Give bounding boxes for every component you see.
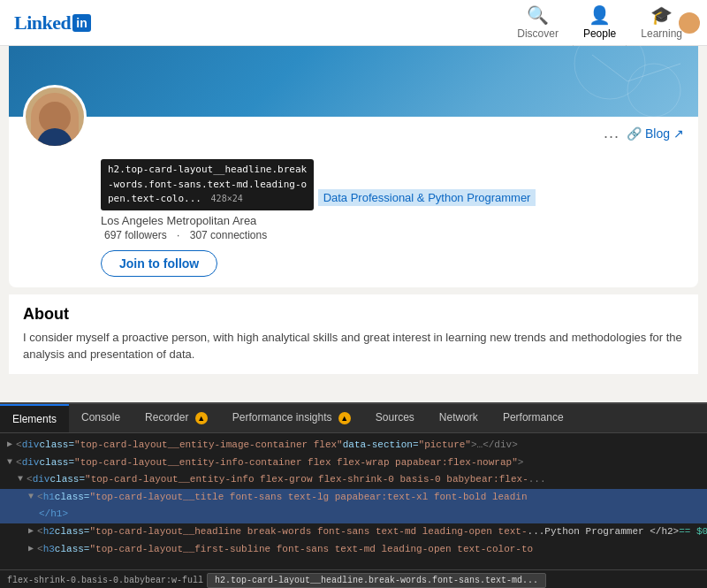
devtools-status-bar: flex-shrink-0.basis-0.babybear:w-full h2… xyxy=(0,569,707,588)
connections-count: 307 connections xyxy=(190,229,267,241)
expand-arrow-1: ▶ xyxy=(7,438,12,452)
tab-elements-label: Elements xyxy=(12,413,57,425)
tab-perf-insights-label: Performance insights xyxy=(232,411,332,424)
logo-in-badge: in xyxy=(72,14,90,32)
main-content: h2.top-card-layout__headline.break -word… xyxy=(0,46,707,402)
status-left: flex-shrink-0.basis-0.babybear:w-full xyxy=(7,576,203,585)
tab-performance[interactable]: Performance xyxy=(490,404,576,432)
external-link-icon: ↗ xyxy=(673,126,684,141)
expand-arrow-4: ▼ xyxy=(28,490,34,504)
code-line-5[interactable]: </h1> xyxy=(0,506,707,523)
profile-banner xyxy=(9,46,698,117)
expand-arrow-7: ▶ xyxy=(28,542,34,556)
tab-elements[interactable]: Elements xyxy=(0,404,69,432)
devtools-panel: Elements Console Recorder ▲ Performance … xyxy=(0,402,707,588)
tab-console[interactable]: Console xyxy=(69,404,133,432)
nav-learning-label: Learning xyxy=(641,27,682,40)
nav-discover[interactable]: 🔍 Discover xyxy=(506,0,569,49)
profile-headline: Data Professional & Python Programmer xyxy=(318,189,536,206)
nav-people[interactable]: 👤 People xyxy=(573,0,627,49)
code-line-4[interactable]: ▼ <h1 class="top-card-layout__title font… xyxy=(0,489,707,507)
tab-network[interactable]: Network xyxy=(427,404,490,432)
avatar-face xyxy=(31,93,79,146)
link-icon: 🔗 xyxy=(627,126,642,141)
header-nav: 🔍 Discover 👤 People 🎓 Learning xyxy=(506,0,693,49)
profile-info-section: h2.top-card-layout__headline.break -word… xyxy=(9,117,698,287)
blog-link[interactable]: 🔗 Blog ↗ xyxy=(627,126,684,141)
perf-insights-warn-icon: ▲ xyxy=(338,412,351,424)
status-right: h2.top-card-layout__headline.break-words… xyxy=(215,576,538,585)
tooltip-line2: -words.font-sans.text-md.leading-o xyxy=(108,179,307,190)
devtools-tabs: Elements Console Recorder ▲ Performance … xyxy=(0,404,707,433)
followers-count: 697 followers xyxy=(104,229,167,241)
discover-icon: 🔍 xyxy=(527,4,549,26)
tooltip-size: 428×24 xyxy=(211,194,243,203)
code-line-6[interactable]: ▶ <h2 class="top-card-layout__headline b… xyxy=(0,523,707,541)
about-section: About I consider myself a proactive pers… xyxy=(9,294,698,374)
user-avatar-small[interactable] xyxy=(679,12,700,34)
people-icon: 👤 xyxy=(589,4,611,26)
profile-stats: 697 followers · 307 connections xyxy=(101,229,684,241)
devtools-code-view: ▶ <div class="top-card-layout__entity-im… xyxy=(0,433,707,569)
code-line-1[interactable]: ▶ <div class="top-card-layout__entity-im… xyxy=(0,437,707,454)
tab-recorder-label: Recorder xyxy=(145,411,188,424)
linkedin-logo: Linked in xyxy=(14,11,91,34)
profile-actions: ... 🔗 Blog ↗ xyxy=(604,124,684,142)
more-options-button[interactable]: ... xyxy=(604,124,620,142)
nav-discover-label: Discover xyxy=(517,27,559,40)
code-line-2[interactable]: ▼ <div class="top-card-layout__entity-in… xyxy=(0,454,707,472)
tab-performance-insights[interactable]: Performance insights ▲ xyxy=(220,404,363,432)
blog-label: Blog xyxy=(645,126,670,141)
nav-people-label: People xyxy=(583,27,616,40)
tab-performance-label: Performance xyxy=(503,411,564,424)
code-line-7[interactable]: ▶ <h3 class="top-card-layout__first-subl… xyxy=(0,541,707,559)
tab-sources-label: Sources xyxy=(376,411,414,424)
about-title: About xyxy=(23,305,684,324)
learning-icon: 🎓 xyxy=(650,4,673,26)
profile-card: h2.top-card-layout__headline.break -word… xyxy=(9,46,698,287)
expand-arrow-2: ▼ xyxy=(7,455,12,470)
tab-console-label: Console xyxy=(81,411,120,424)
join-follow-button[interactable]: Join to follow xyxy=(101,250,217,277)
element-tooltip: h2.top-card-layout__headline.break -word… xyxy=(101,159,314,210)
profile-location: Los Angeles Metropolitan Area xyxy=(101,214,684,227)
avatar xyxy=(23,85,87,149)
recorder-warn-icon: ▲ xyxy=(195,412,208,424)
tab-recorder[interactable]: Recorder ▲ xyxy=(133,404,220,432)
status-tooltip: h2.top-card-layout__headline.break-words… xyxy=(207,573,546,588)
code-line-3[interactable]: ▼ <div class="top-card-layout__entity-in… xyxy=(0,471,707,489)
header: Linked in 🔍 Discover 👤 People 🎓 Learning xyxy=(0,0,707,46)
expand-arrow-6: ▶ xyxy=(28,524,34,538)
tooltip-line3: pen.text-colo... xyxy=(108,193,201,204)
expand-arrow-3: ▼ xyxy=(18,472,23,486)
tab-sources[interactable]: Sources xyxy=(363,404,427,432)
logo-text: Linked xyxy=(14,11,71,34)
about-text: I consider myself a proactive person, wi… xyxy=(23,329,684,363)
tab-network-label: Network xyxy=(439,411,478,424)
stats-separator: · xyxy=(177,229,179,241)
tooltip-line1: h2.top-card-layout__headline.break xyxy=(108,164,307,175)
